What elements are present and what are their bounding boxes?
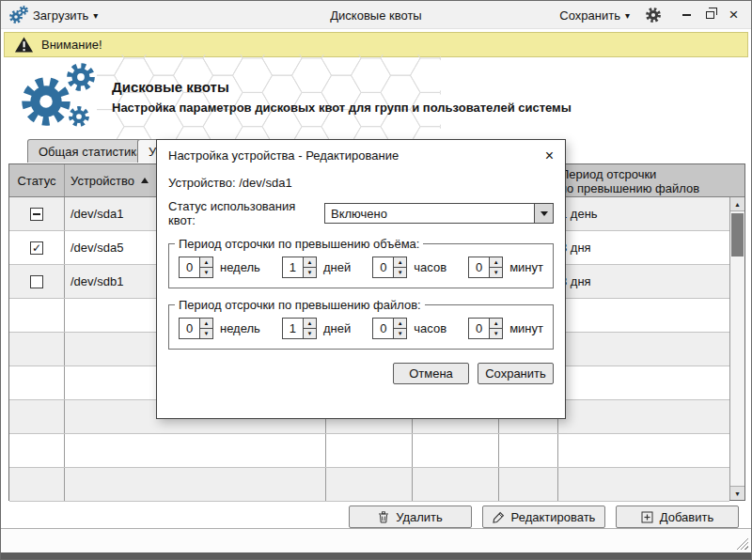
plus-icon [641, 511, 653, 523]
warning-banner: Внимание! [4, 32, 748, 57]
warning-icon [14, 36, 34, 54]
spin-up-icon[interactable]: ▲ [490, 319, 502, 329]
dialog-cancel-button[interactable]: Отмена [393, 363, 469, 384]
save-menu-button[interactable]: Сохранить ▾ [559, 1, 630, 29]
close-button[interactable]: × [722, 1, 745, 29]
files-grace-group: Период отсрочки по превышению файлов: 0 … [168, 298, 554, 350]
files-minutes-spinner[interactable]: 0 ▲▼ [468, 318, 503, 339]
weeks-label: недель [220, 260, 260, 274]
vertical-scrollbar[interactable]: ▲ ▼ [729, 197, 744, 500]
cell-status [9, 231, 65, 264]
minimize-icon [682, 14, 691, 16]
maximize-button[interactable] [698, 1, 722, 29]
cell [9, 400, 65, 433]
files-days-spinner[interactable]: 1 ▲▼ [282, 318, 317, 339]
quota-status-value: Включено [325, 207, 534, 221]
resize-grip[interactable] [736, 537, 748, 550]
tab-general-statistics[interactable]: Общая статистика [27, 139, 155, 163]
table-row-empty [9, 468, 729, 502]
spin-down-icon[interactable]: ▼ [200, 268, 212, 277]
titlebar: Загрузить ▾ Дисковые квоты Сохранить ▾ × [1, 1, 751, 29]
page-title: Дисковые квоты [112, 79, 229, 95]
maximize-icon [706, 11, 714, 19]
app-gears-icon [8, 5, 29, 23]
chevron-down-icon: ▾ [93, 10, 98, 21]
load-menu-button[interactable]: Загрузить ▾ [33, 1, 98, 29]
volume-days-spinner[interactable]: 1 ▲▼ [282, 257, 317, 278]
spin-up-icon[interactable]: ▲ [394, 257, 406, 268]
row-checkbox[interactable] [30, 275, 43, 288]
table-row-empty [9, 434, 729, 468]
files-weeks-spinner[interactable]: 0 ▲▼ [179, 318, 213, 339]
spin-down-icon[interactable]: ▼ [200, 329, 212, 338]
column-header-grace-files[interactable]: Период отсрочки по превышению файлов [558, 164, 744, 196]
spin-up-icon[interactable]: ▲ [304, 257, 316, 268]
add-button[interactable]: Добавить [616, 506, 739, 528]
spin-up-icon[interactable]: ▲ [304, 319, 316, 329]
dialog-close-icon[interactable]: × [545, 149, 554, 163]
cell-status [9, 197, 65, 230]
row-checkbox[interactable] [30, 208, 43, 221]
cell [499, 434, 558, 467]
spin-down-icon[interactable]: ▼ [394, 329, 406, 338]
spin-down-icon[interactable]: ▼ [394, 268, 406, 277]
dialog-save-button[interactable]: Сохранить [478, 363, 554, 384]
cell [558, 366, 729, 399]
spin-up-icon[interactable]: ▲ [200, 319, 212, 329]
save-menu-label: Сохранить [559, 8, 620, 23]
settings-gear-icon[interactable] [645, 7, 662, 23]
files-grace-legend: Период отсрочки по превышению файлов: [175, 298, 425, 312]
files-hours-spinner[interactable]: 0 ▲▼ [372, 318, 407, 339]
minimize-button[interactable] [675, 1, 698, 29]
column-header-status[interactable]: Статус [9, 164, 65, 196]
cell-status [9, 265, 65, 298]
cell [9, 299, 65, 332]
app-window: Загрузить ▾ Дисковые квоты Сохранить ▾ ×… [0, 0, 752, 560]
app-logo-gears [12, 59, 106, 136]
pencil-icon [493, 511, 505, 523]
cell [9, 366, 65, 399]
spin-down-icon[interactable]: ▼ [304, 329, 316, 338]
cell [326, 468, 413, 501]
scroll-down-button[interactable]: ▼ [730, 486, 744, 500]
cell [413, 434, 499, 467]
window-title: Дисковые квоты [330, 1, 421, 29]
weeks-label: недель [220, 321, 260, 335]
cell-grace-files: 1 день [558, 197, 729, 230]
volume-minutes-spinner[interactable]: 0 ▲▼ [468, 257, 503, 278]
minutes-label: минут [509, 260, 543, 274]
load-menu-label: Загрузить [33, 8, 88, 23]
cell [326, 434, 413, 467]
spin-down-icon[interactable]: ▼ [304, 268, 316, 277]
combo-dropdown-button[interactable] [534, 204, 553, 223]
volume-hours-spinner[interactable]: 0 ▲▼ [372, 257, 407, 278]
spin-up-icon[interactable]: ▲ [394, 319, 406, 329]
scroll-up-button[interactable]: ▲ [730, 197, 744, 211]
cell [558, 333, 729, 366]
page-subtitle: Настройка параметров дисковых квот для г… [112, 101, 572, 115]
window-bottom-edge [1, 552, 751, 559]
spin-down-icon[interactable]: ▼ [490, 329, 502, 338]
row-checkbox[interactable] [30, 241, 43, 255]
hours-label: часов [414, 260, 446, 274]
spin-up-icon[interactable]: ▲ [200, 257, 212, 268]
edit-button[interactable]: Редактировать [482, 506, 605, 528]
quota-status-select[interactable]: Включено [324, 203, 554, 224]
minutes-label: минут [509, 321, 543, 335]
scrollbar-thumb[interactable] [731, 213, 744, 257]
volume-weeks-spinner[interactable]: 0 ▲▼ [179, 257, 213, 278]
volume-grace-group: Период отсрочки по превышению объёма: 0 … [168, 237, 554, 288]
status-bar [1, 528, 751, 552]
spin-down-icon[interactable]: ▼ [490, 268, 502, 277]
days-label: дней [323, 321, 351, 335]
spin-up-icon[interactable]: ▲ [490, 257, 502, 268]
hours-label: часов [414, 321, 446, 335]
cell [558, 434, 729, 467]
delete-button[interactable]: Удалить [349, 506, 472, 528]
days-label: дней [323, 260, 351, 274]
cell [9, 333, 65, 366]
quota-status-label: Статус использования квот: [168, 199, 324, 227]
dialog-title: Настройка устройства - Редактирование [168, 148, 399, 163]
cell [413, 468, 499, 501]
cell [558, 468, 729, 501]
